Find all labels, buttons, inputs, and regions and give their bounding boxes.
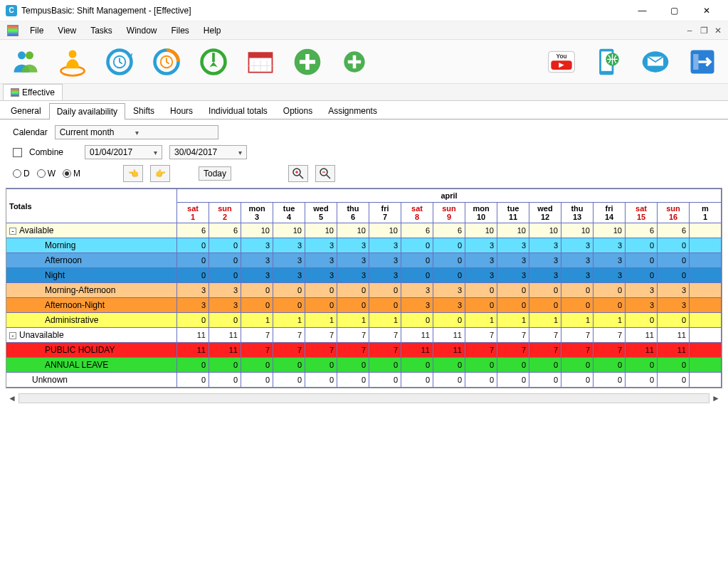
grid-cell xyxy=(690,358,722,373)
toolbar-youtube-icon[interactable]: You xyxy=(544,45,579,79)
menubar: File View Tasks Window Files Help – ❐ ✕ xyxy=(0,21,728,40)
table-row: Night0033333003333300 xyxy=(6,268,722,283)
grid-cell: 0 xyxy=(209,358,241,373)
menu-files[interactable]: Files xyxy=(164,23,196,38)
grid-cell: 3 xyxy=(594,268,626,283)
close-button[interactable]: ✕ xyxy=(690,0,722,21)
toolbar-users-icon[interactable] xyxy=(9,45,43,79)
tab-assignments[interactable]: Assignments xyxy=(320,102,385,119)
toolbar-clock-cycle-orange-icon[interactable] xyxy=(149,45,184,79)
menu-window[interactable]: Window xyxy=(120,23,164,38)
grid-cell: 7 xyxy=(529,343,561,358)
tab-individual-totals[interactable]: Individual totals xyxy=(201,102,275,119)
maximize-button[interactable]: ▢ xyxy=(658,0,690,21)
tab-options[interactable]: Options xyxy=(275,102,320,119)
grid-cell: 0 xyxy=(241,283,273,298)
grid-cell: 7 xyxy=(241,328,273,343)
toolbar-mobile-web-icon[interactable] xyxy=(591,45,626,79)
toolbar-mail-icon[interactable] xyxy=(638,45,672,79)
grid-cell: 6 xyxy=(401,223,433,238)
tab-daily-availability[interactable]: Daily availability xyxy=(49,103,125,119)
grid-cell xyxy=(690,223,722,238)
grid-cell: 3 xyxy=(529,238,561,253)
toolbar-clock-cycle-icon[interactable] xyxy=(102,45,137,79)
toolbar-exit-icon[interactable] xyxy=(685,45,719,79)
grid-cell xyxy=(690,253,722,268)
tab-general[interactable]: General xyxy=(3,102,49,119)
menu-help[interactable]: Help xyxy=(196,23,228,38)
scroll-right-icon[interactable]: ► xyxy=(709,393,722,403)
day-header: fri14 xyxy=(594,203,626,223)
grid-cell: 7 xyxy=(337,328,369,343)
mdi-close-icon[interactable]: ✕ xyxy=(712,25,724,36)
toolbar-add-small-icon[interactable] xyxy=(337,45,371,79)
day-header: sat8 xyxy=(401,203,433,223)
grid-cell: 7 xyxy=(594,328,626,343)
zoom-out-button[interactable] xyxy=(315,165,335,182)
grid-cell: 3 xyxy=(209,283,241,298)
zoom-in-button[interactable] xyxy=(288,165,308,182)
scroll-left-icon[interactable]: ◄ xyxy=(6,393,19,403)
availability-grid[interactable]: Totalsaprilsat1sun2mon3tue4wed5thu6fri7s… xyxy=(6,188,722,388)
grid-cell: 0 xyxy=(177,313,209,328)
grid-cell: 3 xyxy=(561,238,594,253)
grid-cell: 11 xyxy=(433,343,465,358)
grid-cell: 0 xyxy=(594,358,626,373)
toolbar-calendar-icon[interactable] xyxy=(243,45,278,79)
doc-tab-effective[interactable]: Effective xyxy=(3,84,63,100)
grid-cell: 0 xyxy=(401,238,433,253)
tree-toggle-icon[interactable]: - xyxy=(9,332,16,339)
nav-prev-button[interactable]: 👈 xyxy=(123,165,143,182)
menu-app-icon xyxy=(7,25,19,36)
grid-cell: 7 xyxy=(465,343,497,358)
grid-cell: 3 xyxy=(369,238,401,253)
table-row: PUBLIC HOLIDAY1111777771111777771111 xyxy=(6,343,722,358)
tab-shifts[interactable]: Shifts xyxy=(125,102,162,119)
grid-cell: 10 xyxy=(594,223,626,238)
menu-file[interactable]: File xyxy=(23,23,51,38)
grid-cell: 0 xyxy=(209,373,241,388)
minimize-button[interactable]: — xyxy=(626,0,658,21)
day-header: sun9 xyxy=(433,203,465,223)
grid-cell: 7 xyxy=(305,328,337,343)
grid-cell: 7 xyxy=(465,328,497,343)
toolbar-user-ring-icon[interactable] xyxy=(56,45,90,79)
nav-next-button[interactable]: 👉 xyxy=(150,165,170,182)
mdi-minimize-icon[interactable]: – xyxy=(684,25,695,36)
grid-cell: 0 xyxy=(273,373,305,388)
scroll-track[interactable] xyxy=(19,393,709,403)
grid-cell: 10 xyxy=(497,223,529,238)
tree-toggle-icon[interactable]: - xyxy=(9,228,16,235)
horizontal-scrollbar[interactable]: ◄ ► xyxy=(0,391,728,405)
menu-tasks[interactable]: Tasks xyxy=(83,23,120,38)
grid-cell: 7 xyxy=(369,343,401,358)
mdi-restore-icon[interactable]: ❐ xyxy=(698,25,709,36)
radio-day[interactable]: D xyxy=(13,169,30,179)
menu-view[interactable]: View xyxy=(51,23,83,38)
grid-cell: 11 xyxy=(209,343,241,358)
table-row: ANNUAL LEAVE0000000000000000 xyxy=(6,358,722,373)
grid-cell: 0 xyxy=(465,298,497,313)
toolbar-timer-icon[interactable] xyxy=(196,45,231,79)
tab-hours[interactable]: Hours xyxy=(162,102,201,119)
calendar-select[interactable]: Current month ▾ xyxy=(55,125,218,139)
grid-cell xyxy=(690,298,722,313)
date-from-picker[interactable]: 01/04/2017 ▾ xyxy=(85,145,162,159)
combine-checkbox[interactable] xyxy=(13,148,22,157)
row-label: -Available xyxy=(6,223,177,238)
grid-cell: 3 xyxy=(273,268,305,283)
grid-cell: 11 xyxy=(433,328,465,343)
grid-cell: 0 xyxy=(658,358,690,373)
date-to-picker[interactable]: 30/04/2017 ▾ xyxy=(169,145,247,159)
toolbar-add-icon[interactable] xyxy=(290,45,325,79)
row-label: -Unavailable xyxy=(6,328,177,343)
day-header: tue4 xyxy=(273,203,305,223)
grid-cell: 3 xyxy=(241,268,273,283)
row-label: PUBLIC HOLIDAY xyxy=(6,343,177,358)
radio-week[interactable]: W xyxy=(37,169,56,179)
today-button[interactable]: Today xyxy=(199,166,231,181)
grid-cell: 1 xyxy=(465,313,497,328)
grid-cell: 0 xyxy=(529,283,561,298)
grid-cell: 0 xyxy=(658,238,690,253)
radio-month[interactable]: M xyxy=(63,169,80,179)
